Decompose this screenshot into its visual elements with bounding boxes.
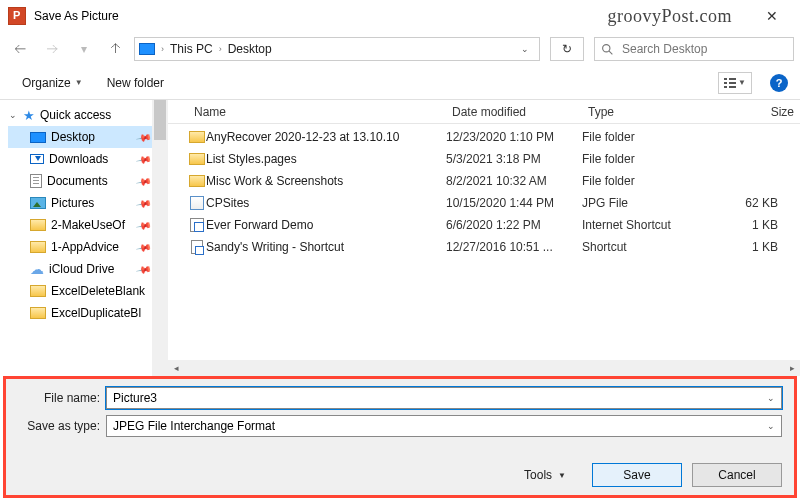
svg-rect-3 [729,78,736,80]
file-type: File folder [582,174,702,188]
file-name: Misc Work & Screenshots [206,174,446,188]
chevron-down-icon: ▼ [75,78,83,87]
horizontal-scrollbar[interactable]: ◂ ▸ [168,360,800,376]
file-row[interactable]: Sandy's Writing - Shortcut12/27/2016 10:… [168,236,800,258]
navigation-tree[interactable]: ⌄★Quick accessDesktop📌Downloads📌Document… [0,100,168,376]
tree-scrollbar[interactable] [152,100,168,376]
save-type-select[interactable]: JPEG File Interchange Format ⌄ [106,415,782,437]
chevron-down-icon: ▼ [738,78,746,87]
tree-item[interactable]: Downloads📌 [8,148,168,170]
chevron-down-icon[interactable]: ⌄ [767,421,775,431]
svg-rect-7 [729,86,736,88]
search-icon [601,43,614,56]
column-date[interactable]: Date modified [446,105,582,119]
forward-button[interactable]: 🡢 [38,37,66,61]
breadcrumb-part[interactable]: Desktop [228,42,272,56]
file-name: CPSites [206,196,446,210]
recent-locations-button[interactable]: ▾ [70,37,98,61]
breadcrumb-dropdown[interactable]: ⌄ [515,44,535,54]
refresh-button[interactable]: ↻ [550,37,584,61]
folder-icon [30,285,46,297]
scroll-right-icon[interactable]: ▸ [784,360,800,376]
file-name-label: File name: [18,391,100,405]
tree-item[interactable]: 1-AppAdvice📌 [8,236,168,258]
pin-icon: 📌 [136,261,152,277]
pin-icon: 📌 [136,129,152,145]
tree-item[interactable]: Desktop📌 [8,126,168,148]
tree-item[interactable]: ExcelDuplicateBl [8,302,168,324]
help-button[interactable]: ? [770,74,788,92]
folder-icon [189,175,205,187]
star-icon: ★ [23,108,35,123]
tools-button[interactable]: Tools ▼ [518,466,572,484]
svg-rect-2 [724,78,727,80]
folder-icon [30,219,46,231]
file-type: Internet Shortcut [582,218,702,232]
view-options-button[interactable]: ▼ [718,72,752,94]
column-name[interactable]: Name [188,105,446,119]
tree-item[interactable]: 2-MakeUseOf📌 [8,214,168,236]
breadcrumb[interactable]: › This PC › Desktop ⌄ [134,37,540,61]
chevron-down-icon: ▼ [558,471,566,480]
file-size: 1 KB [702,240,800,254]
tree-item[interactable]: ExcelDeleteBlank [8,280,168,302]
file-list[interactable]: Name Date modified Type Size AnyRecover … [168,100,800,376]
tree-item[interactable]: Pictures📌 [8,192,168,214]
jpg-icon [190,196,204,210]
file-size: 62 KB [702,196,800,210]
tree-label: iCloud Drive [49,262,114,276]
cancel-button[interactable]: Cancel [692,463,782,487]
powerpoint-icon [8,7,26,25]
tree-label: Documents [47,174,108,188]
svg-rect-4 [724,82,727,84]
tree-label: ExcelDeleteBlank [51,284,145,298]
organize-label: Organize [22,76,71,90]
column-size[interactable]: Size [702,105,800,119]
file-date: 8/2/2021 10:32 AM [446,174,582,188]
file-date: 12/27/2016 10:51 ... [446,240,582,254]
scroll-left-icon[interactable]: ◂ [168,360,184,376]
file-row[interactable]: List Styles.pages5/3/2021 3:18 PMFile fo… [168,148,800,170]
window-title: Save As Picture [34,9,607,23]
file-row[interactable]: CPSites10/15/2020 1:44 PMJPG File62 KB [168,192,800,214]
file-name-input[interactable]: Picture3 ⌄ [106,387,782,409]
tree-label: Desktop [51,130,95,144]
file-row[interactable]: AnyRecover 2020-12-23 at 13.10.1012/23/2… [168,126,800,148]
file-row[interactable]: Ever Forward Demo6/6/2020 1:22 PMInterne… [168,214,800,236]
chevron-down-icon[interactable]: ⌄ [767,393,775,403]
up-button[interactable]: 🡡 [102,37,130,61]
folder-icon [30,307,46,319]
pin-icon: 📌 [136,195,152,211]
file-date: 12/23/2020 1:10 PM [446,130,582,144]
organize-button[interactable]: Organize ▼ [12,72,93,94]
column-type[interactable]: Type [582,105,702,119]
save-type-label: Save as type: [18,419,100,433]
new-folder-button[interactable]: New folder [97,72,174,94]
close-button[interactable]: ✕ [752,0,792,32]
tree-label: Downloads [49,152,108,166]
file-size: 1 KB [702,218,800,232]
breadcrumb-part[interactable]: This PC [170,42,213,56]
save-button[interactable]: Save [592,463,682,487]
chevron-right-icon: › [219,44,222,54]
folder-icon [30,241,46,253]
folder-icon [189,131,205,143]
shortcut-icon [191,240,203,254]
back-button[interactable]: 🡠 [6,37,34,61]
file-row[interactable]: Misc Work & Screenshots8/2/2021 10:32 AM… [168,170,800,192]
tree-item[interactable]: Documents📌 [8,170,168,192]
file-name: AnyRecover 2020-12-23 at 13.10.10 [206,130,446,144]
download-icon [30,154,44,164]
pin-icon: 📌 [136,239,152,255]
search-input[interactable]: Search Desktop [594,37,794,61]
list-view-icon [724,78,736,88]
tree-quick-access[interactable]: ⌄★Quick access [8,104,168,126]
collapse-icon[interactable]: ⌄ [8,110,18,120]
tree-item[interactable]: ☁iCloud Drive📌 [8,258,168,280]
column-headers[interactable]: Name Date modified Type Size [168,100,800,124]
svg-line-1 [609,51,612,54]
svg-rect-5 [729,82,736,84]
new-folder-label: New folder [107,76,164,90]
internet-shortcut-icon [190,218,204,232]
cloud-icon: ☁ [30,262,44,276]
